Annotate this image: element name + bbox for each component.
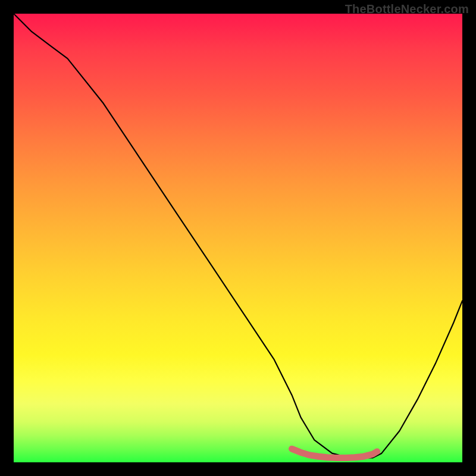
bottleneck-curve: [14, 14, 462, 458]
plot-area: [14, 14, 462, 462]
chart-svg: [14, 14, 462, 462]
chart-frame: TheBottleNecker.com: [0, 0, 476, 476]
attribution-text: TheBottleNecker.com: [345, 2, 469, 16]
